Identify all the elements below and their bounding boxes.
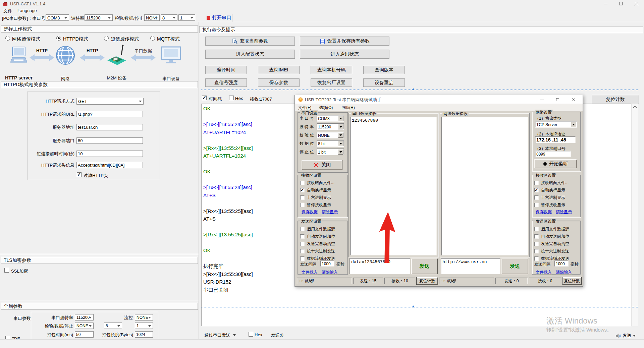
open-port-button[interactable]: 打开串口: [207, 14, 231, 21]
radio-sms-mode[interactable]: [104, 36, 109, 42]
http-method-select[interactable]: GET: [76, 98, 144, 105]
radio-httpd-mode[interactable]: [56, 36, 61, 42]
scroll-up-button[interactable]: [632, 104, 638, 110]
global-databits-select[interactable]: 8: [104, 323, 122, 329]
tcp-send-checkbox[interactable]: 按十六进制发送: [534, 247, 581, 255]
interval-input-right[interactable]: 1000: [554, 260, 569, 267]
tcp-send-checkbox[interactable]: 启用文件数据源...: [534, 225, 581, 233]
tcp-recv-checkbox[interactable]: 自动换行显示: [534, 186, 581, 194]
file-load-link-right[interactable]: 文件载入: [536, 270, 552, 275]
tcp-recv-checkbox[interactable]: 十六进制显示: [534, 194, 581, 201]
tcp-maximize-button[interactable]: [554, 97, 560, 103]
command-button[interactable]: 查询IMEI: [258, 66, 300, 74]
tcp-menu-help[interactable]: 帮助(H): [341, 105, 355, 111]
tcp-menu-file[interactable]: 文件(F): [298, 105, 311, 111]
splitter-bottom[interactable]: [201, 307, 639, 307]
save-data-link[interactable]: 保存数据: [302, 209, 318, 215]
tcp-recv-checkbox[interactable]: 暂停接收显示: [300, 201, 346, 209]
tcp-serial-row-select[interactable]: COM3: [317, 115, 344, 122]
global-parity-select[interactable]: NONE: [75, 323, 94, 329]
clear-display-link[interactable]: 清除显示: [322, 209, 338, 215]
serial-send-button[interactable]: 发送: [411, 258, 438, 274]
command-button[interactable]: 查信号强度: [205, 78, 247, 87]
tcp-reset-count-left[interactable]: 复位计数: [417, 277, 438, 285]
hex-checkbox[interactable]: [229, 96, 234, 101]
send-via-serial-button[interactable]: 通过串口发送: [204, 332, 236, 339]
splitter-top[interactable]: [201, 90, 639, 90]
http-header-input[interactable]: [76, 162, 143, 168]
server-port-input[interactable]: [76, 137, 143, 144]
net-recv-textarea[interactable]: [441, 117, 528, 255]
close-button[interactable]: [629, 0, 644, 7]
filter-http-checkbox[interactable]: [77, 172, 82, 178]
local-port-input[interactable]: 8899: [535, 151, 571, 157]
command-button[interactable]: 查询本机号码: [311, 66, 352, 74]
tcp-send-checkbox[interactable]: 发送完自动清空: [300, 240, 346, 247]
tcp-recv-checkbox[interactable]: 暂停接收显示: [534, 201, 581, 209]
minimize-button[interactable]: [598, 0, 613, 7]
packlen-input[interactable]: [135, 331, 153, 338]
http-url-input[interactable]: [76, 111, 143, 117]
radio-mqtt-mode[interactable]: [150, 36, 155, 42]
dropdown-button[interactable]: [338, 132, 343, 138]
server-addr-input[interactable]: [76, 124, 143, 130]
net-send-input[interactable]: http://www.usr.cn: [441, 258, 500, 274]
packtime-input[interactable]: [75, 331, 94, 338]
dropdown-button[interactable]: [338, 116, 343, 121]
command-button[interactable]: 设备重启: [363, 78, 405, 87]
hex2-checkbox[interactable]: [249, 332, 253, 338]
global-stopbits-select[interactable]: 1: [135, 323, 153, 329]
enter-config-button[interactable]: 进入配置状态: [205, 50, 295, 59]
flow-select[interactable]: NONE: [135, 314, 153, 321]
tcp-send-checkbox[interactable]: 启用文件数据源...: [300, 225, 346, 233]
save-data-link-right[interactable]: 保存数据: [536, 209, 552, 215]
send-button-bottom[interactable]: 发送: [616, 333, 636, 339]
tcp-send-checkbox[interactable]: 自动发送附加位: [300, 233, 346, 240]
set-save-params-button[interactable]: 设置并保存所有参数: [300, 37, 389, 46]
tcp-menu-options[interactable]: 选项(O): [319, 105, 333, 111]
databits-select[interactable]: 8: [161, 14, 177, 21]
global-baud-select[interactable]: 115200: [75, 314, 94, 321]
baud-select[interactable]: 115200: [85, 14, 113, 21]
tcp-send-checkbox[interactable]: 发送完自动清空: [534, 240, 581, 247]
command-button[interactable]: 恢复出厂设置: [311, 78, 352, 87]
tcp-recv-checkbox[interactable]: 十六进制显示: [300, 194, 346, 201]
tcp-close-button[interactable]: [571, 97, 577, 103]
timestamp-checkbox[interactable]: [202, 96, 207, 101]
tcp-reset-count-right[interactable]: 复位计数: [562, 277, 581, 285]
tcp-recv-checkbox[interactable]: 接收转向文件...: [534, 179, 581, 186]
dropdown-button[interactable]: [571, 122, 576, 127]
timeout-input[interactable]: [76, 151, 143, 157]
dropdown-button[interactable]: [338, 141, 343, 146]
stopbits-select[interactable]: 1: [178, 14, 195, 21]
net-send-button[interactable]: 发送: [501, 258, 528, 274]
tcp-send-checkbox[interactable]: 按十六进制发送: [300, 247, 346, 255]
dropdown-button[interactable]: [338, 124, 343, 129]
proto-select[interactable]: TCP Server: [535, 121, 577, 128]
file-load-link-left[interactable]: 文件载入: [302, 270, 318, 275]
clear-input-link-left[interactable]: 清除输入: [322, 270, 338, 275]
command-button[interactable]: 编译时间: [205, 66, 247, 74]
reset-count-button[interactable]: 复位计数: [592, 95, 639, 104]
get-params-button[interactable]: 获取当前参数: [205, 37, 295, 46]
tcp-serial-row-select[interactable]: 8 bit: [317, 140, 344, 147]
maximize-button[interactable]: [613, 0, 629, 7]
tcp-minimize-button[interactable]: [539, 97, 545, 103]
tcp-close-port-button[interactable]: 关闭: [302, 160, 342, 170]
clear-display-link-right[interactable]: 清除显示: [556, 209, 572, 215]
tcp-serial-row-select[interactable]: 1 bit: [317, 149, 344, 155]
dropdown-button[interactable]: [338, 149, 343, 155]
tcp-serial-row-select[interactable]: 115200: [317, 123, 344, 130]
menu-file[interactable]: 文件: [3, 8, 12, 14]
ssl-checkbox[interactable]: [4, 268, 9, 274]
tcp-recv-checkbox[interactable]: 接收转向文件...: [300, 179, 346, 186]
local-ip-input[interactable]: 172.16 .11 .45: [535, 136, 576, 143]
clear-input-link-right[interactable]: 清除输入: [556, 270, 572, 275]
tcp-recv-checkbox[interactable]: 自动换行显示: [300, 186, 346, 194]
interval-input-left[interactable]: 1000: [320, 260, 334, 267]
enter-comm-button[interactable]: 进入通讯状态: [300, 50, 389, 59]
parity-select[interactable]: NONI: [144, 14, 160, 21]
log-scrollbar[interactable]: [631, 104, 638, 326]
command-button[interactable]: 查询版本: [363, 66, 405, 74]
com-port-select[interactable]: COM3: [46, 14, 69, 21]
